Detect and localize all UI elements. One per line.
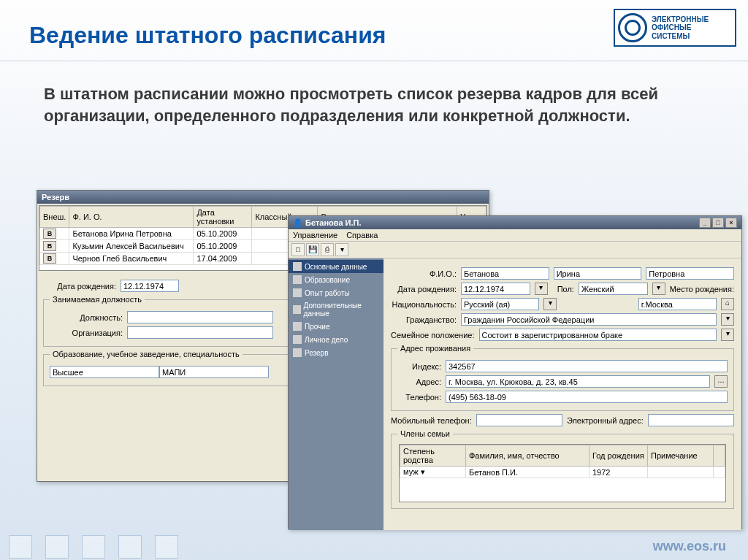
ext-button[interactable]: В — [43, 241, 56, 251]
col-vnesh[interactable]: Внеш. — [40, 207, 69, 228]
footer-icon-5 — [155, 535, 178, 559]
table-row[interactable]: муж ▾ Бетанов П.И. 1972 — [400, 467, 725, 478]
marital-input[interactable] — [479, 329, 717, 341]
org-input[interactable] — [127, 326, 273, 339]
family-fieldset: Члены семьи Степень родства Фамилия, имя… — [391, 429, 734, 509]
nav-other[interactable]: Прочие — [289, 320, 383, 333]
position-legend: Занимаемая должность — [50, 295, 145, 304]
slide-description: В штатном расписании можно просмотреть с… — [0, 61, 748, 139]
addr-expand-button[interactable]: … — [714, 375, 728, 388]
briefcase-icon — [293, 288, 302, 297]
person-icon: 👤 — [293, 218, 303, 227]
patronymic-input[interactable] — [646, 267, 734, 280]
edu-inst-input[interactable] — [159, 366, 269, 378]
citizenship-dropdown[interactable]: ▾ — [721, 313, 734, 326]
logo-line1: ЭЛЕКТРОННЫЕ — [652, 15, 709, 24]
detail-titlebar[interactable]: 👤 Бетанова И.П. _ □ × — [289, 216, 741, 229]
ext-button[interactable]: В — [43, 253, 56, 264]
fam-col-note[interactable]: Примечание — [648, 445, 714, 467]
address-fieldset: Адрес проживания Индекс: Адрес: … Телефо… — [391, 344, 734, 411]
position-input[interactable] — [127, 311, 273, 323]
nav-education[interactable]: Образование — [289, 273, 383, 286]
dob-input2[interactable] — [461, 283, 530, 295]
nav-extra[interactable]: Дополнительные данные — [289, 299, 383, 320]
email-input[interactable] — [648, 414, 734, 426]
brand-logo: ЭЛЕКТРОННЫЕ ОФИСНЫЕ СИСТЕМЫ — [614, 9, 736, 47]
cell-date: 05.10.2009 — [194, 240, 252, 253]
maximize-button[interactable]: □ — [712, 218, 724, 228]
cell-fio: Чернов Глеб Васильевич — [69, 253, 194, 265]
toolbar-new-icon[interactable]: □ — [291, 243, 305, 256]
nationality-input[interactable] — [461, 298, 539, 310]
home-icon — [293, 262, 302, 271]
detail-sidebar: Основные данные Образование Опыт работы … — [289, 258, 383, 530]
phone-input[interactable] — [446, 391, 728, 403]
index-label: Индекс: — [397, 362, 441, 371]
footer-icon-3 — [82, 535, 105, 559]
col-date[interactable]: Дата установки — [194, 207, 252, 228]
folder-icon — [293, 322, 302, 331]
logo-line2: ОФИСНЫЕ — [652, 23, 709, 32]
fam-col-rel[interactable]: Степень родства — [400, 445, 466, 467]
nav-reserve[interactable]: Резерв — [289, 346, 383, 359]
home-button[interactable]: ⌂ — [721, 298, 734, 310]
logo-swirl-icon — [618, 13, 647, 42]
name-input[interactable] — [554, 267, 642, 280]
logo-line3: СИСТЕМЫ — [652, 32, 709, 41]
detail-window: 👤 Бетанова И.П. _ □ × Управление Справка… — [288, 215, 742, 529]
book-icon — [293, 275, 302, 284]
position-label: Должность: — [50, 313, 123, 322]
plus-icon — [293, 305, 301, 314]
sex-dropdown-button[interactable]: ▾ — [652, 283, 665, 295]
marital-label: Семейное положение: — [391, 331, 475, 340]
citizenship-input[interactable] — [461, 313, 717, 326]
menu-help[interactable]: Справка — [346, 231, 378, 239]
footer-icon-1 — [9, 535, 32, 559]
detail-form: Ф.И.О.: Дата рождения: ▾ Пол: ▾ Место ро… — [383, 258, 741, 530]
nav-personal[interactable]: Личное дело — [289, 333, 383, 346]
mobile-input[interactable] — [476, 414, 562, 426]
file-icon — [293, 335, 302, 344]
cell-date: 05.10.2009 — [194, 228, 252, 240]
sex-label: Пол: — [552, 285, 574, 294]
nationality-label: Национальность: — [391, 300, 457, 309]
email-label: Электронный адрес: — [567, 416, 644, 425]
fam-col-year[interactable]: Год рождения — [589, 445, 648, 467]
sex-input[interactable] — [579, 283, 648, 295]
menu-manage[interactable]: Управление — [293, 231, 337, 239]
address-legend: Адрес проживания — [397, 344, 473, 353]
reserve-titlebar[interactable]: Резерв — [37, 191, 489, 204]
family-grid[interactable]: Степень родства Фамилия, имя, отчество Г… — [399, 444, 726, 502]
fam-col-fio[interactable]: Фамилия, имя, отчество — [466, 445, 589, 467]
edu-level-input[interactable] — [50, 366, 159, 378]
minimize-button[interactable]: _ — [699, 218, 711, 228]
toolbar-dropdown-icon[interactable]: ▾ — [335, 243, 348, 256]
fam-rel: муж — [403, 467, 419, 476]
detail-title: Бетанова И.П. — [305, 218, 361, 227]
index-input[interactable] — [446, 360, 728, 372]
close-button[interactable]: × — [725, 218, 737, 228]
nav-main-data[interactable]: Основные данные — [289, 260, 383, 273]
footer-icon-2 — [45, 535, 69, 559]
dob-label2: Дата рождения: — [391, 285, 457, 294]
birthplace-input[interactable] — [638, 298, 717, 310]
footer-icons — [9, 535, 178, 559]
addr-input[interactable] — [446, 375, 710, 388]
toolbar-print-icon[interactable]: ⎙ — [321, 243, 334, 256]
nationality-dropdown[interactable]: ▾ — [543, 298, 557, 310]
toolbar-save-icon[interactable]: 💾 — [306, 243, 319, 256]
surname-input[interactable] — [461, 267, 549, 280]
footer-icon-4 — [118, 535, 142, 559]
phone-label: Телефон: — [397, 393, 441, 402]
nav-experience[interactable]: Опыт работы — [289, 286, 383, 299]
dob-input[interactable] — [121, 280, 179, 292]
detail-menubar: Управление Справка — [289, 229, 741, 242]
date-picker-button[interactable]: ▾ — [535, 283, 548, 295]
fam-scroll-header — [714, 445, 725, 467]
cell-date: 17.04.2009 — [194, 253, 252, 265]
ext-button[interactable]: В — [43, 229, 56, 239]
col-fio[interactable]: Ф. И. О. — [69, 207, 194, 228]
fam-year: 1972 — [589, 467, 648, 478]
detail-toolbar: □ 💾 ⎙ ▾ — [289, 242, 741, 258]
marital-dropdown[interactable]: ▾ — [721, 329, 734, 341]
